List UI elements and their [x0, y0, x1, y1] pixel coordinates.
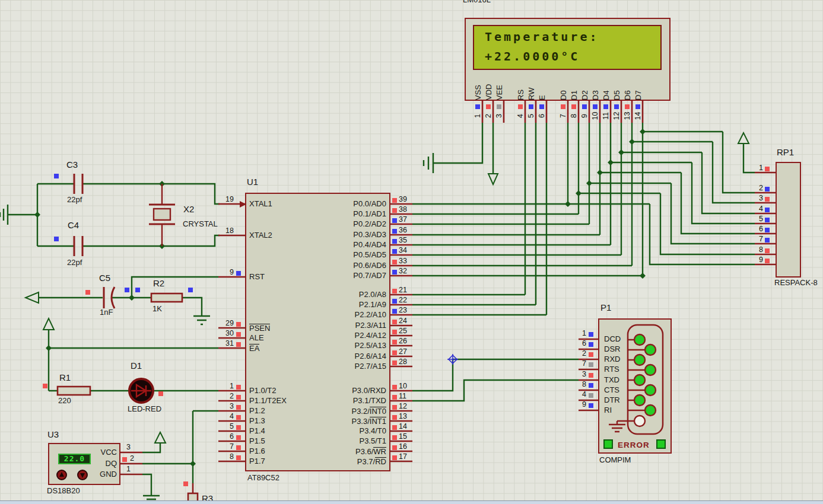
pin-name: P2.3/A11	[270, 321, 386, 330]
pin-state	[236, 385, 241, 390]
pin-number: 1	[126, 465, 131, 473]
pin-state	[392, 405, 397, 410]
lcd-pin-name: D5	[613, 66, 621, 100]
pin-state	[236, 455, 241, 460]
pin-name: P0.5/AD5	[270, 251, 386, 259]
pin-number: 9	[214, 269, 234, 276]
pin-state	[392, 198, 397, 203]
pin-state	[392, 435, 397, 440]
compim-status-led-left	[603, 439, 613, 449]
pin-name: P3.7/RD	[270, 457, 386, 466]
pin-name: P3.1/TXD	[270, 397, 386, 405]
pin-name: P3.3/INT1	[270, 417, 386, 426]
pin-state	[392, 425, 397, 430]
lcd-pin-name: D3	[592, 66, 600, 100]
pin-state	[765, 238, 770, 243]
d1-ref: D1	[131, 362, 142, 370]
pin-number: 4	[214, 413, 234, 420]
pin-state	[392, 260, 397, 264]
lcd-pin-name: D1	[570, 66, 579, 100]
pin-state	[589, 342, 593, 347]
origin-crosshair-icon	[447, 354, 458, 365]
pin-name: P0.7/AD7	[270, 272, 386, 280]
sensor-down-button[interactable]	[78, 470, 87, 480]
d1-value: LED-RED	[128, 405, 161, 413]
pin-state	[765, 218, 770, 222]
schematic-wiring	[0, 0, 823, 504]
pin-number: 5	[746, 215, 763, 223]
pin-number: 37	[399, 216, 407, 224]
pin-name: P2.4/A12	[270, 331, 386, 340]
capacitor-c4[interactable]	[74, 236, 82, 256]
pin-name: RXD	[604, 355, 620, 363]
pin-state	[589, 393, 593, 398]
pin-name: TXD	[604, 376, 619, 384]
pin-name: DCD	[604, 335, 621, 343]
pin-state	[497, 104, 501, 109]
pin-number: 13	[399, 413, 407, 420]
pin-name: P1.3	[249, 417, 265, 425]
pin-name: PSEN	[249, 324, 270, 333]
pin-state	[571, 104, 576, 109]
lcd-pin-name: D6	[624, 66, 632, 100]
pin-state	[518, 104, 523, 109]
pin-name: P3.6/WR	[270, 447, 386, 456]
pin-number: 12	[399, 403, 407, 410]
pin-number: 16	[399, 443, 407, 451]
pin-state	[392, 340, 397, 344]
pin-name: RTS	[604, 365, 619, 374]
pin-name: P2.6/A14	[270, 352, 386, 361]
lcd-pin-number: 7	[560, 110, 567, 122]
x2-ref: X2	[183, 205, 194, 213]
lcd-pin-number: 3	[495, 110, 503, 122]
pin-name: P1.4	[249, 427, 265, 435]
pin-state	[589, 332, 593, 337]
lcd-line1: Temperature:	[485, 30, 599, 44]
pin-name: P3.2/INT0	[270, 407, 386, 416]
lcd-pin-number: 5	[528, 110, 535, 122]
compim-ref: P1	[600, 304, 611, 312]
pin-state	[236, 445, 241, 450]
pin-state	[765, 208, 770, 212]
pin-state	[765, 259, 770, 263]
pin-state	[529, 104, 533, 109]
pin-name: P1.5	[249, 437, 265, 445]
lcd-pin-number: 4	[517, 110, 525, 122]
resistor-r2[interactable]	[151, 294, 182, 302]
pin-state	[392, 299, 397, 304]
pin-name: XTAL2	[249, 231, 272, 240]
pin-name: P2.0/A8	[270, 291, 386, 299]
pin-name: GND	[88, 470, 117, 479]
pin-name: P1.6	[249, 447, 265, 455]
pin-name: P0.0/AD0	[270, 200, 386, 208]
pin-state	[475, 104, 480, 109]
pin-state	[561, 104, 565, 109]
pin-state	[236, 332, 241, 337]
resistor-r1[interactable]	[58, 387, 90, 395]
pin-name: P2.7/A15	[270, 362, 386, 371]
pin-number: 3	[126, 444, 131, 451]
pin-number: 32	[399, 267, 407, 275]
capacitor-c3[interactable]	[74, 174, 82, 194]
crystal-x2[interactable]	[149, 184, 175, 246]
pin-number: 3	[746, 194, 763, 202]
pin-state	[765, 228, 770, 232]
sensor-up-button[interactable]	[57, 470, 66, 480]
lcd-pin-name: RS	[517, 66, 525, 100]
pin-state	[122, 457, 127, 462]
lcd-pin-name: VDD	[485, 66, 493, 100]
pin-number: 26	[399, 337, 407, 345]
pin-number: 9	[570, 401, 586, 409]
c5-ref: C5	[99, 274, 110, 282]
led-d1[interactable]	[129, 379, 153, 403]
pin-number: 2	[130, 455, 134, 462]
pin-number: 8	[214, 453, 234, 461]
pin-state	[392, 218, 397, 223]
pin-state	[392, 330, 397, 334]
pin-name: P0.2/AD2	[270, 220, 386, 228]
lcd-pin-name: RW	[528, 66, 536, 100]
lcd-pin-name: D7	[634, 66, 643, 100]
pin-number: 38	[399, 206, 407, 213]
lcd-pin-number: 14	[634, 110, 642, 122]
lcd-ref: LM016L	[463, 0, 491, 4]
